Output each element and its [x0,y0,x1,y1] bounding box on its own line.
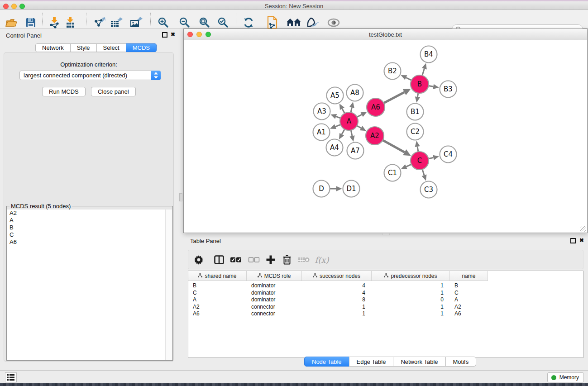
task-history-button[interactable] [5,372,17,382]
houses-icon[interactable] [286,18,301,28]
network-canvas[interactable]: AA1A2A3A4A5A6A7A8BB1B2B3B4CC1C2C3C4DD1 [184,40,587,233]
window-resize-grip[interactable] [580,226,586,232]
open-session-icon[interactable] [5,17,18,28]
zoom-fit-icon[interactable] [199,17,210,29]
graph-edge-A-A1[interactable] [335,124,340,126]
export-network-icon[interactable] [93,17,106,29]
cell-name: A [450,296,488,303]
table-toolbar: f(x) [188,250,583,269]
graph-edge-A6-B[interactable] [384,92,405,103]
mcds-result-item[interactable]: A6 [7,238,166,246]
table-settings-gear-icon[interactable] [194,255,204,265]
tab-mcds[interactable]: MCDS [126,43,157,52]
mcds-result-item[interactable]: B [7,224,166,231]
column-header-shared-name[interactable]: shared name [188,271,247,281]
toolbar-separator [86,13,86,25]
zoom-in-icon[interactable] [158,17,169,29]
tab-select[interactable]: Select [96,43,126,52]
graph-edge-C-C2[interactable] [417,147,418,152]
zoom-out-icon[interactable] [179,17,191,29]
graph-edge-C-C3[interactable] [422,169,424,175]
memory-label: Memory [559,374,579,381]
graph-edge-A-A8[interactable] [351,108,352,113]
network-from-document-icon[interactable] [267,16,278,29]
mcds-result-item[interactable]: A [7,217,166,224]
graph-edge-arrowhead [336,186,342,191]
show-hide-eye-icon[interactable] [327,18,340,27]
delete-table-disabled-icon[interactable] [298,256,310,263]
function-builder-icon[interactable]: f(x) [315,255,329,265]
graph-edge-B-B2[interactable] [406,77,411,80]
zoom-selected-icon[interactable] [217,17,229,29]
table-row-A[interactable]: Adominator80A [188,296,488,303]
tab-style[interactable]: Style [70,43,97,52]
export-table-icon[interactable] [110,17,123,29]
graph-edge-A-A6[interactable] [357,114,362,117]
graph-edge-A-A3[interactable] [336,116,340,118]
close-panel-icon[interactable]: ✖ [579,238,584,243]
graph-edge-A-A2[interactable] [357,126,361,128]
select-all-checkboxes-icon[interactable] [230,257,242,262]
cell-shared-name: B [188,282,247,289]
tab-edge-table[interactable]: Edge Table [349,357,394,367]
graph-edge-A-A7[interactable] [351,130,352,136]
node-table[interactable]: shared nameMCDS rolesuccessor nodesprede… [188,271,583,358]
graph-edge-A-A4[interactable] [342,129,344,134]
tab-network-table[interactable]: Network Table [393,357,445,367]
table-row-B[interactable]: Bdominator41B [188,282,488,289]
cell-shared-name: A2 [188,303,247,310]
split-divider-handle[interactable] [179,193,182,201]
toolbar-separator [261,13,261,25]
tab-node-table[interactable]: Node Table [304,357,349,367]
graph-edge-B-B3[interactable] [429,86,433,86]
mcds-result-item[interactable]: A2 [7,210,166,217]
network-graph[interactable]: AA1A2A3A4A5A6A7A8BB1B2B3B4CC1C2C3C4DD1 [184,40,587,233]
column-header-mcds-role[interactable]: MCDS role [247,271,302,281]
memory-button[interactable]: Memory [547,372,584,382]
apply-layout-icon[interactable] [243,17,254,29]
sort-hierarchy-icon [198,273,202,279]
mcds-result-scrollbar[interactable] [165,210,172,360]
cell-predecessor-nodes: 1 [372,303,450,310]
mcds-result-item[interactable]: C [7,231,166,238]
delete-column-trash-icon[interactable] [283,255,292,265]
column-header-predecessor-nodes[interactable]: predecessor nodes [372,271,450,281]
run-mcds-button[interactable]: Run MCDS [42,87,86,96]
table-row-A2[interactable]: A2connector11A2 [188,303,488,310]
deselect-all-checkboxes-icon[interactable] [249,257,260,262]
cell-successor-nodes: 4 [302,289,372,296]
graph-edge-B-B1[interactable] [417,93,418,97]
main-titlebar[interactable]: Session: New Session [0,1,588,10]
graph-edge-C-C4[interactable] [429,157,434,158]
graph-edge-arrowhead [433,155,439,160]
add-column-icon[interactable] [266,255,276,265]
table-row-C[interactable]: Cdominator41C [188,289,488,296]
save-session-icon[interactable] [25,17,36,28]
import-table-icon[interactable] [64,17,76,29]
close-panel-button[interactable]: Close panel [91,87,136,96]
close-panel-icon[interactable]: ✖ [170,32,176,38]
graph-node-label: C4 [444,150,453,158]
tab-motifs[interactable]: Motifs [445,357,477,367]
graph-edge-arrowhead [415,141,420,147]
column-header-successor-nodes[interactable]: successor nodes [302,271,372,281]
graph-edge-A2-C[interactable] [382,140,404,152]
column-header-label: predecessor nodes [391,273,437,279]
table-row-A6[interactable]: A6connector11A6 [188,310,488,317]
graph-edge-A-A5[interactable] [342,109,345,113]
graph-edge-B-B4[interactable] [422,69,425,76]
mcds-result-list[interactable]: A2ABCA6 [7,210,166,360]
float-panel-icon[interactable] [162,32,167,38]
graph-edge-C-C1[interactable] [406,164,411,167]
mcds-result-box: MCDS result (5 nodes) A2ABCA6 [6,206,173,361]
criterion-select[interactable]: largest connected component (directed) [19,71,161,80]
graph-node-label: C [417,157,422,165]
graphics-details-pen-icon[interactable] [306,17,319,28]
split-panel-icon[interactable] [214,255,224,264]
float-panel-icon[interactable] [570,238,576,243]
export-image-icon[interactable] [130,17,143,29]
column-header-name[interactable]: name [450,271,488,281]
network-window-titlebar[interactable]: testGlobe.txt [184,29,587,40]
import-network-icon[interactable] [48,17,60,29]
tab-network[interactable]: Network [35,43,71,52]
